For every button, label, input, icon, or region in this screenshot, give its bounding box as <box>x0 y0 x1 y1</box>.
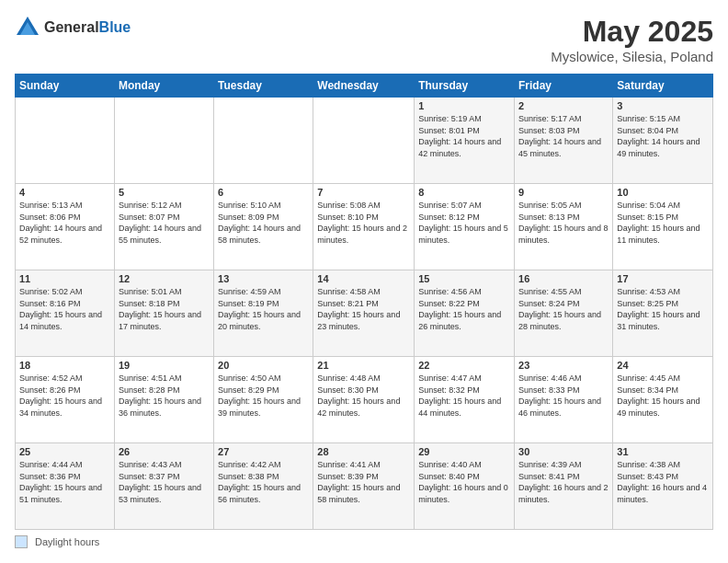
title-block: May 2025 Myslowice, Silesia, Poland <box>551 15 713 64</box>
weekday-header: Tuesday <box>214 75 313 98</box>
calendar-cell: 30Sunrise: 4:39 AM Sunset: 8:41 PM Dayli… <box>515 443 613 530</box>
day-number: 9 <box>518 187 609 198</box>
day-number: 20 <box>218 360 309 371</box>
day-info: Sunrise: 5:07 AM Sunset: 8:12 PM Dayligh… <box>418 200 510 246</box>
calendar-cell: 24Sunrise: 4:45 AM Sunset: 8:34 PM Dayli… <box>613 357 713 443</box>
day-number: 29 <box>418 446 510 457</box>
weekday-header: Wednesday <box>313 75 415 98</box>
day-number: 18 <box>19 360 110 371</box>
day-info: Sunrise: 4:45 AM Sunset: 8:34 PM Dayligh… <box>617 373 709 419</box>
calendar-cell: 15Sunrise: 4:56 AM Sunset: 8:22 PM Dayli… <box>415 270 515 357</box>
day-number: 28 <box>317 446 410 457</box>
day-info: Sunrise: 4:52 AM Sunset: 8:26 PM Dayligh… <box>19 373 110 419</box>
day-info: Sunrise: 5:17 AM Sunset: 8:03 PM Dayligh… <box>518 113 609 159</box>
day-info: Sunrise: 5:15 AM Sunset: 8:04 PM Dayligh… <box>617 113 709 159</box>
calendar-cell <box>313 98 415 184</box>
calendar-cell: 20Sunrise: 4:50 AM Sunset: 8:29 PM Dayli… <box>214 357 313 443</box>
calendar-week-row: 18Sunrise: 4:52 AM Sunset: 8:26 PM Dayli… <box>16 357 713 443</box>
day-number: 24 <box>617 360 709 371</box>
day-number: 16 <box>518 273 609 284</box>
calendar-cell: 3Sunrise: 5:15 AM Sunset: 8:04 PM Daylig… <box>613 98 713 184</box>
day-info: Sunrise: 4:59 AM Sunset: 8:19 PM Dayligh… <box>218 286 309 332</box>
header: GeneralBlue May 2025 Myslowice, Silesia,… <box>15 15 713 64</box>
day-number: 4 <box>19 187 110 198</box>
day-info: Sunrise: 4:55 AM Sunset: 8:24 PM Dayligh… <box>518 286 609 332</box>
calendar-cell: 4Sunrise: 5:13 AM Sunset: 8:06 PM Daylig… <box>16 184 115 270</box>
day-number: 14 <box>317 273 410 284</box>
calendar-cell: 14Sunrise: 4:58 AM Sunset: 8:21 PM Dayli… <box>313 270 415 357</box>
calendar-cell: 6Sunrise: 5:10 AM Sunset: 8:09 PM Daylig… <box>214 184 313 270</box>
calendar-cell: 29Sunrise: 4:40 AM Sunset: 8:40 PM Dayli… <box>415 443 515 530</box>
calendar-cell: 16Sunrise: 4:55 AM Sunset: 8:24 PM Dayli… <box>515 270 613 357</box>
day-number: 22 <box>418 360 510 371</box>
day-number: 26 <box>119 446 210 457</box>
day-info: Sunrise: 4:38 AM Sunset: 8:43 PM Dayligh… <box>617 459 709 505</box>
day-info: Sunrise: 4:51 AM Sunset: 8:28 PM Dayligh… <box>119 373 210 419</box>
calendar-cell: 11Sunrise: 5:02 AM Sunset: 8:16 PM Dayli… <box>16 270 115 357</box>
day-info: Sunrise: 4:58 AM Sunset: 8:21 PM Dayligh… <box>317 286 410 332</box>
day-number: 23 <box>518 360 609 371</box>
page: GeneralBlue May 2025 Myslowice, Silesia,… <box>0 0 728 563</box>
weekday-header: Monday <box>114 75 213 98</box>
calendar-cell: 9Sunrise: 5:05 AM Sunset: 8:13 PM Daylig… <box>515 184 613 270</box>
calendar-cell: 31Sunrise: 4:38 AM Sunset: 8:43 PM Dayli… <box>613 443 713 530</box>
day-number: 27 <box>218 446 309 457</box>
day-number: 30 <box>518 446 609 457</box>
day-info: Sunrise: 4:48 AM Sunset: 8:30 PM Dayligh… <box>317 373 410 419</box>
calendar-cell: 18Sunrise: 4:52 AM Sunset: 8:26 PM Dayli… <box>16 357 115 443</box>
day-number: 6 <box>218 187 309 198</box>
calendar-cell: 19Sunrise: 4:51 AM Sunset: 8:28 PM Dayli… <box>114 357 213 443</box>
legend-label: Daylight hours <box>35 536 99 547</box>
calendar-cell: 26Sunrise: 4:43 AM Sunset: 8:37 PM Dayli… <box>114 443 213 530</box>
day-number: 8 <box>418 187 510 198</box>
calendar-cell: 12Sunrise: 5:01 AM Sunset: 8:18 PM Dayli… <box>114 270 213 357</box>
day-number: 25 <box>19 446 110 457</box>
calendar-cell: 28Sunrise: 4:41 AM Sunset: 8:39 PM Dayli… <box>313 443 415 530</box>
day-number: 10 <box>617 187 709 198</box>
calendar-cell: 10Sunrise: 5:04 AM Sunset: 8:15 PM Dayli… <box>613 184 713 270</box>
day-info: Sunrise: 4:42 AM Sunset: 8:38 PM Dayligh… <box>218 459 309 505</box>
day-number: 12 <box>119 273 210 284</box>
calendar-cell: 2Sunrise: 5:17 AM Sunset: 8:03 PM Daylig… <box>515 98 613 184</box>
calendar-week-row: 1Sunrise: 5:19 AM Sunset: 8:01 PM Daylig… <box>16 98 713 184</box>
calendar-cell: 22Sunrise: 4:47 AM Sunset: 8:32 PM Dayli… <box>415 357 515 443</box>
day-info: Sunrise: 5:08 AM Sunset: 8:10 PM Dayligh… <box>317 200 410 246</box>
calendar-cell: 25Sunrise: 4:44 AM Sunset: 8:36 PM Dayli… <box>16 443 115 530</box>
day-info: Sunrise: 5:02 AM Sunset: 8:16 PM Dayligh… <box>19 286 110 332</box>
day-info: Sunrise: 4:39 AM Sunset: 8:41 PM Dayligh… <box>518 459 609 505</box>
day-info: Sunrise: 4:40 AM Sunset: 8:40 PM Dayligh… <box>418 459 510 505</box>
logo-general: General <box>44 19 99 35</box>
weekday-header: Saturday <box>613 75 713 98</box>
calendar-title: May 2025 <box>551 15 713 49</box>
day-number: 5 <box>119 187 210 198</box>
calendar-cell <box>114 98 213 184</box>
day-number: 15 <box>418 273 510 284</box>
day-info: Sunrise: 4:50 AM Sunset: 8:29 PM Dayligh… <box>218 373 309 419</box>
weekday-header-row: SundayMondayTuesdayWednesdayThursdayFrid… <box>16 75 713 98</box>
calendar-week-row: 25Sunrise: 4:44 AM Sunset: 8:36 PM Dayli… <box>16 443 713 530</box>
logo: GeneralBlue <box>15 15 131 40</box>
day-info: Sunrise: 4:53 AM Sunset: 8:25 PM Dayligh… <box>617 286 709 332</box>
calendar-cell: 7Sunrise: 5:08 AM Sunset: 8:10 PM Daylig… <box>313 184 415 270</box>
calendar-cell <box>16 98 115 184</box>
weekday-header: Thursday <box>415 75 515 98</box>
day-info: Sunrise: 5:10 AM Sunset: 8:09 PM Dayligh… <box>218 200 309 246</box>
day-info: Sunrise: 4:46 AM Sunset: 8:33 PM Dayligh… <box>518 373 609 419</box>
day-info: Sunrise: 4:47 AM Sunset: 8:32 PM Dayligh… <box>418 373 510 419</box>
calendar-cell <box>214 98 313 184</box>
day-number: 1 <box>418 100 510 111</box>
day-number: 2 <box>518 100 609 111</box>
calendar-cell: 27Sunrise: 4:42 AM Sunset: 8:38 PM Dayli… <box>214 443 313 530</box>
calendar-table: SundayMondayTuesdayWednesdayThursdayFrid… <box>15 74 713 530</box>
day-info: Sunrise: 5:01 AM Sunset: 8:18 PM Dayligh… <box>119 286 210 332</box>
legend-color-swatch <box>15 535 28 548</box>
calendar-cell: 5Sunrise: 5:12 AM Sunset: 8:07 PM Daylig… <box>114 184 213 270</box>
day-info: Sunrise: 5:04 AM Sunset: 8:15 PM Dayligh… <box>617 200 709 246</box>
day-info: Sunrise: 4:43 AM Sunset: 8:37 PM Dayligh… <box>119 459 210 505</box>
day-info: Sunrise: 5:12 AM Sunset: 8:07 PM Dayligh… <box>119 200 210 246</box>
calendar-cell: 17Sunrise: 4:53 AM Sunset: 8:25 PM Dayli… <box>613 270 713 357</box>
calendar-cell: 1Sunrise: 5:19 AM Sunset: 8:01 PM Daylig… <box>415 98 515 184</box>
logo-text: GeneralBlue <box>44 19 131 36</box>
day-info: Sunrise: 4:56 AM Sunset: 8:22 PM Dayligh… <box>418 286 510 332</box>
calendar-week-row: 4Sunrise: 5:13 AM Sunset: 8:06 PM Daylig… <box>16 184 713 270</box>
